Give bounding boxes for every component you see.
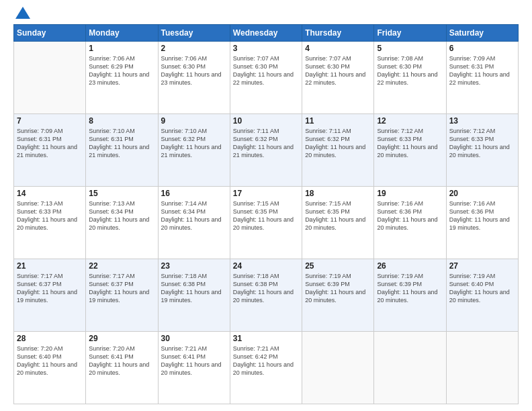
day-of-week-header: Sunday: [14, 25, 86, 42]
svg-marker-0: [15, 7, 30, 19]
calendar-cell: 8Sunrise: 7:10 AMSunset: 6:31 PMDaylight…: [86, 114, 158, 187]
day-info: Sunrise: 7:08 AMSunset: 6:30 PMDaylight:…: [377, 54, 443, 87]
day-number: 8: [89, 116, 154, 126]
day-number: 9: [161, 116, 227, 126]
day-number: 30: [161, 334, 227, 343]
day-number: 5: [377, 44, 443, 53]
calendar-cell: 24Sunrise: 7:18 AMSunset: 6:38 PMDayligh…: [230, 259, 302, 332]
day-info: Sunrise: 7:11 AMSunset: 6:32 PMDaylight:…: [305, 127, 371, 160]
day-number: 4: [305, 44, 371, 53]
calendar-cell: 12Sunrise: 7:12 AMSunset: 6:33 PMDayligh…: [374, 114, 446, 187]
day-number: 6: [449, 44, 515, 53]
day-info: Sunrise: 7:06 AMSunset: 6:30 PMDaylight:…: [161, 54, 227, 87]
day-info: Sunrise: 7:15 AMSunset: 6:35 PMDaylight:…: [305, 199, 371, 232]
calendar-cell: [374, 332, 446, 404]
day-info: Sunrise: 7:19 AMSunset: 6:39 PMDaylight:…: [305, 272, 371, 305]
calendar-cell: 11Sunrise: 7:11 AMSunset: 6:32 PMDayligh…: [302, 114, 374, 187]
calendar-week-row: 28Sunrise: 7:20 AMSunset: 6:40 PMDayligh…: [14, 332, 519, 404]
day-number: 2: [161, 44, 227, 53]
calendar-cell: 21Sunrise: 7:17 AMSunset: 6:37 PMDayligh…: [14, 259, 86, 332]
day-info: Sunrise: 7:18 AMSunset: 6:38 PMDaylight:…: [233, 272, 299, 305]
calendar-cell: 30Sunrise: 7:21 AMSunset: 6:41 PMDayligh…: [158, 332, 230, 404]
calendar-week-row: 7Sunrise: 7:09 AMSunset: 6:31 PMDaylight…: [14, 114, 519, 187]
day-number: 23: [161, 261, 227, 271]
calendar-cell: [302, 332, 374, 404]
day-number: 28: [17, 334, 83, 343]
day-number: 24: [233, 261, 299, 271]
calendar-cell: 20Sunrise: 7:16 AMSunset: 6:36 PMDayligh…: [446, 187, 518, 259]
day-info: Sunrise: 7:18 AMSunset: 6:38 PMDaylight:…: [161, 272, 227, 305]
day-info: Sunrise: 7:20 AMSunset: 6:41 PMDaylight:…: [89, 345, 154, 377]
day-info: Sunrise: 7:13 AMSunset: 6:33 PMDaylight:…: [17, 199, 83, 232]
day-info: Sunrise: 7:13 AMSunset: 6:34 PMDaylight:…: [89, 199, 154, 232]
day-number: 13: [449, 116, 515, 126]
day-info: Sunrise: 7:16 AMSunset: 6:36 PMDaylight:…: [377, 199, 443, 232]
calendar-cell: 10Sunrise: 7:11 AMSunset: 6:32 PMDayligh…: [230, 114, 302, 187]
day-number: 15: [89, 189, 154, 198]
day-number: 7: [17, 116, 83, 126]
day-number: 27: [449, 261, 515, 271]
calendar-cell: 4Sunrise: 7:07 AMSunset: 6:30 PMDaylight…: [302, 42, 374, 114]
calendar-cell: 7Sunrise: 7:09 AMSunset: 6:31 PMDaylight…: [14, 114, 86, 187]
day-number: 25: [305, 261, 371, 271]
calendar-cell: 6Sunrise: 7:09 AMSunset: 6:31 PMDaylight…: [446, 42, 518, 114]
calendar-cell: 9Sunrise: 7:10 AMSunset: 6:32 PMDaylight…: [158, 114, 230, 187]
day-number: 16: [161, 189, 227, 198]
day-number: 20: [449, 189, 515, 198]
calendar-cell: 18Sunrise: 7:15 AMSunset: 6:35 PMDayligh…: [302, 187, 374, 259]
day-of-week-header: Saturday: [446, 25, 518, 42]
day-info: Sunrise: 7:19 AMSunset: 6:40 PMDaylight:…: [449, 272, 515, 305]
day-number: 3: [233, 44, 299, 53]
day-number: 10: [233, 116, 299, 126]
calendar-cell: 23Sunrise: 7:18 AMSunset: 6:38 PMDayligh…: [158, 259, 230, 332]
calendar-cell: 26Sunrise: 7:19 AMSunset: 6:39 PMDayligh…: [374, 259, 446, 332]
day-number: 26: [377, 261, 443, 271]
calendar-cell: 29Sunrise: 7:20 AMSunset: 6:41 PMDayligh…: [86, 332, 158, 404]
calendar-week-row: 14Sunrise: 7:13 AMSunset: 6:33 PMDayligh…: [14, 187, 519, 259]
day-info: Sunrise: 7:07 AMSunset: 6:30 PMDaylight:…: [233, 54, 299, 87]
day-info: Sunrise: 7:21 AMSunset: 6:41 PMDaylight:…: [161, 345, 227, 377]
day-number: 22: [89, 261, 154, 271]
header: [13, 12, 519, 19]
day-number: 29: [89, 334, 154, 343]
day-info: Sunrise: 7:21 AMSunset: 6:42 PMDaylight:…: [233, 345, 299, 377]
day-of-week-header: Friday: [374, 25, 446, 42]
calendar-table: SundayMondayTuesdayWednesdayThursdayFrid…: [13, 24, 519, 404]
day-info: Sunrise: 7:10 AMSunset: 6:32 PMDaylight:…: [161, 127, 227, 160]
calendar-cell: 14Sunrise: 7:13 AMSunset: 6:33 PMDayligh…: [14, 187, 86, 259]
day-info: Sunrise: 7:12 AMSunset: 6:33 PMDaylight:…: [377, 127, 443, 160]
calendar-cell: 27Sunrise: 7:19 AMSunset: 6:40 PMDayligh…: [446, 259, 518, 332]
calendar-cell: 2Sunrise: 7:06 AMSunset: 6:30 PMDaylight…: [158, 42, 230, 114]
calendar-cell: 31Sunrise: 7:21 AMSunset: 6:42 PMDayligh…: [230, 332, 302, 404]
day-info: Sunrise: 7:09 AMSunset: 6:31 PMDaylight:…: [17, 127, 83, 160]
calendar-cell: 25Sunrise: 7:19 AMSunset: 6:39 PMDayligh…: [302, 259, 374, 332]
calendar-cell: 15Sunrise: 7:13 AMSunset: 6:34 PMDayligh…: [86, 187, 158, 259]
day-of-week-header: Monday: [86, 25, 158, 42]
calendar-week-row: 21Sunrise: 7:17 AMSunset: 6:37 PMDayligh…: [14, 259, 519, 332]
calendar-cell: [14, 42, 86, 114]
day-info: Sunrise: 7:07 AMSunset: 6:30 PMDaylight:…: [305, 54, 371, 87]
calendar-cell: 1Sunrise: 7:06 AMSunset: 6:29 PMDaylight…: [86, 42, 158, 114]
logo: [13, 12, 30, 19]
day-of-week-header: Wednesday: [230, 25, 302, 42]
calendar-cell: 13Sunrise: 7:12 AMSunset: 6:33 PMDayligh…: [446, 114, 518, 187]
page: SundayMondayTuesdayWednesdayThursdayFrid…: [0, 0, 532, 411]
day-info: Sunrise: 7:10 AMSunset: 6:31 PMDaylight:…: [89, 127, 154, 160]
calendar-cell: 17Sunrise: 7:15 AMSunset: 6:35 PMDayligh…: [230, 187, 302, 259]
calendar-cell: 5Sunrise: 7:08 AMSunset: 6:30 PMDaylight…: [374, 42, 446, 114]
calendar-cell: [446, 332, 518, 404]
day-info: Sunrise: 7:06 AMSunset: 6:29 PMDaylight:…: [89, 54, 154, 87]
day-info: Sunrise: 7:19 AMSunset: 6:39 PMDaylight:…: [377, 272, 443, 305]
day-info: Sunrise: 7:17 AMSunset: 6:37 PMDaylight:…: [17, 272, 83, 305]
day-info: Sunrise: 7:17 AMSunset: 6:37 PMDaylight:…: [89, 272, 154, 305]
calendar-cell: 28Sunrise: 7:20 AMSunset: 6:40 PMDayligh…: [14, 332, 86, 404]
day-of-week-header: Thursday: [302, 25, 374, 42]
day-number: 18: [305, 189, 371, 198]
logo-icon: [15, 7, 30, 19]
day-number: 31: [233, 334, 299, 343]
day-number: 17: [233, 189, 299, 198]
day-info: Sunrise: 7:12 AMSunset: 6:33 PMDaylight:…: [449, 127, 515, 160]
calendar-cell: 16Sunrise: 7:14 AMSunset: 6:34 PMDayligh…: [158, 187, 230, 259]
calendar-header-row: SundayMondayTuesdayWednesdayThursdayFrid…: [14, 25, 519, 42]
day-number: 19: [377, 189, 443, 198]
